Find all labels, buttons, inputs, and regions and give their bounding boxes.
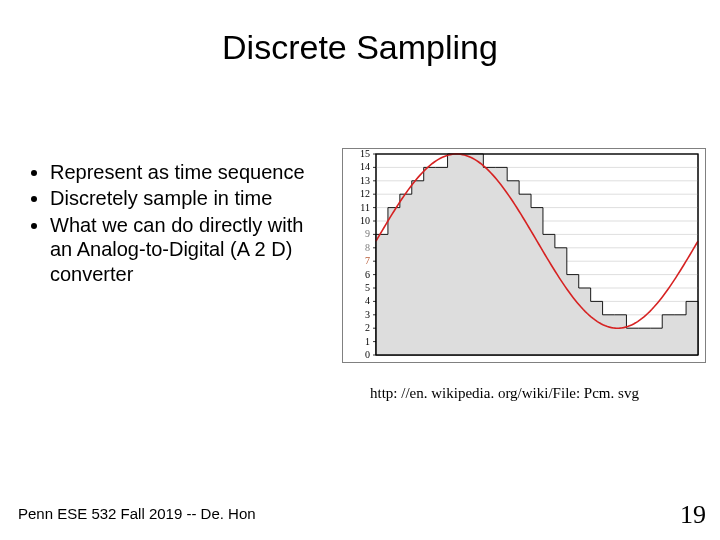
svg-text:3: 3 [365, 309, 370, 320]
svg-text:0: 0 [365, 349, 370, 360]
bullet-list: Represent as time sequence Discretely sa… [30, 160, 330, 288]
bullet-item: What we can do directly with an Analog-t… [50, 213, 330, 286]
page-title: Discrete Sampling [0, 28, 720, 67]
svg-text:1: 1 [365, 336, 370, 347]
svg-text:13: 13 [360, 175, 370, 186]
svg-text:2: 2 [365, 322, 370, 333]
svg-text:4: 4 [365, 295, 370, 306]
page-number: 19 [680, 500, 706, 530]
bullet-item: Discretely sample in time [50, 186, 330, 210]
bullet-item: Represent as time sequence [50, 160, 330, 184]
footer-text: Penn ESE 532 Fall 2019 -- De. Hon [18, 505, 256, 522]
svg-text:7: 7 [365, 255, 370, 266]
svg-text:9: 9 [365, 228, 370, 239]
svg-text:8: 8 [365, 242, 370, 253]
image-caption: http: //en. wikipedia. org/wiki/File: Pc… [370, 385, 710, 402]
svg-text:6: 6 [365, 269, 370, 280]
svg-text:5: 5 [365, 282, 370, 293]
pcm-chart: 0123456789101112131415 [342, 148, 706, 363]
svg-text:15: 15 [360, 148, 370, 159]
svg-text:10: 10 [360, 215, 370, 226]
svg-text:12: 12 [360, 188, 370, 199]
svg-text:14: 14 [360, 161, 370, 172]
svg-text:11: 11 [360, 202, 370, 213]
